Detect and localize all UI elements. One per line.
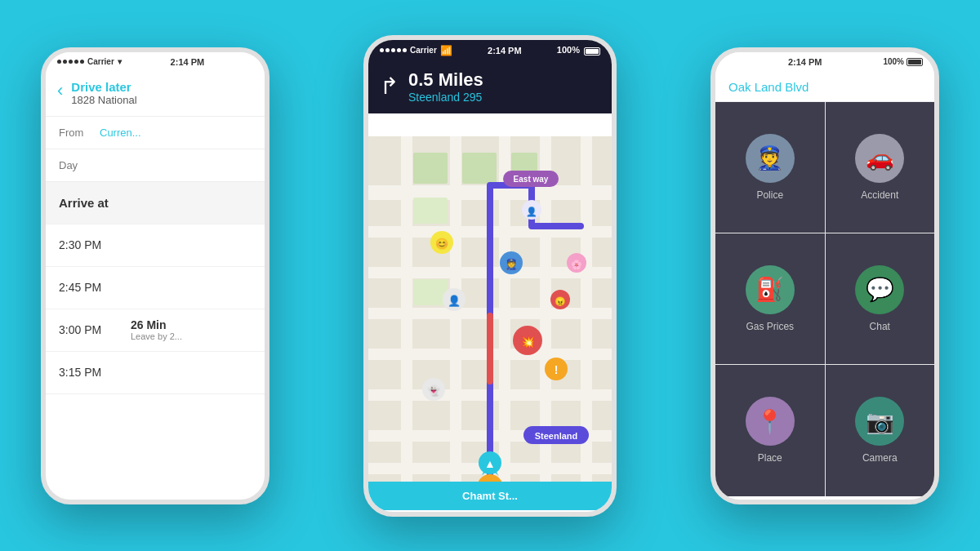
svg-text:👤: 👤: [526, 206, 537, 217]
time-245: 2:45 PM: [59, 281, 124, 294]
center-phone-content: ↱ 0.5 Miles Steenland 295: [368, 61, 612, 510]
time-row-245[interactable]: 2:45 PM: [46, 267, 265, 309]
battery-label-right: 100%: [883, 57, 904, 66]
svg-rect-16: [413, 198, 448, 224]
phone-left: Carrier ▾ 2:14 PM ‹ Drive later 1828 Nat…: [41, 47, 270, 504]
camera-icon: 📷: [866, 408, 894, 435]
police-label: Police: [756, 189, 783, 201]
arrive-at-label: Arrive at: [59, 196, 124, 210]
time-left: 2:14 PM: [171, 57, 205, 67]
nav-header: ↱ 0.5 Miles Steenland 295: [368, 61, 612, 113]
nav-street: Steenland 295: [408, 91, 483, 104]
phones-container: Carrier ▾ 2:14 PM ‹ Drive later 1828 Nat…: [0, 0, 980, 551]
svg-text:😠: 😠: [555, 295, 566, 307]
left-phone-content: ‹ Drive later 1828 National From Curren.…: [46, 72, 265, 496]
svg-rect-18: [413, 279, 448, 305]
svg-text:👻: 👻: [427, 384, 441, 398]
battery-icon-center: [584, 47, 600, 56]
svg-rect-10: [450, 136, 461, 487]
svg-text:Steenland: Steenland: [535, 431, 578, 441]
camera-icon-circle: 📷: [855, 397, 904, 446]
phone-right: 2:14 PM 100% Oak Land Blvd 👮 Police: [710, 47, 939, 504]
status-bar-left: Carrier ▾ 2:14 PM: [46, 52, 265, 72]
place-icon: 📍: [755, 408, 784, 435]
time-list: Arrive at 2:30 PM 2:45 PM 3:00 PM 26 Min…: [46, 182, 265, 394]
report-police[interactable]: 👮 Police: [715, 102, 825, 233]
arrive-at-row: Arrive at: [46, 182, 265, 224]
right-header: Oak Land Blvd: [715, 72, 934, 102]
svg-text:👤: 👤: [448, 294, 461, 308]
svg-text:East way: East way: [514, 175, 549, 184]
carrier-left: Carrier ▾: [57, 57, 122, 66]
police-icon: 👮: [755, 144, 784, 171]
time-row-230[interactable]: 2:30 PM: [46, 224, 265, 267]
map-view[interactable]: East way Steenland ! 👮 😊: [368, 113, 612, 510]
accident-icon-circle: 🚗: [855, 134, 904, 183]
status-bar-center: Carrier 📶 2:14 PM 100%: [368, 40, 612, 61]
report-grid: 👮 Police 🚗 Accident ⛽ Gas Prices: [715, 102, 934, 496]
time-right: 2:14 PM: [788, 57, 822, 67]
chat-label: Chat: [870, 321, 890, 332]
map-svg: East way Steenland ! 👮 😊: [368, 113, 612, 510]
nav-distance: 0.5 Miles: [408, 69, 483, 91]
street-name: Oak Land Blvd: [728, 80, 808, 94]
svg-text:🌸: 🌸: [571, 259, 582, 270]
svg-text:▲: ▲: [484, 457, 496, 470]
battery-label-center: 100%: [557, 45, 580, 55]
battery-icon-right: [906, 58, 923, 66]
report-gas[interactable]: ⛽ Gas Prices: [715, 233, 825, 364]
gas-icon: ⛽: [755, 276, 784, 303]
svg-text:💥: 💥: [520, 335, 536, 349]
time-300: 3:00 PM: [59, 323, 124, 336]
place-label: Place: [758, 452, 782, 464]
svg-text:😊: 😊: [435, 237, 449, 251]
report-accident[interactable]: 🚗 Accident: [826, 102, 935, 233]
svg-text:!: !: [555, 363, 559, 376]
time-230: 2:30 PM: [59, 238, 124, 251]
from-label: From: [59, 127, 100, 139]
camera-label: Camera: [862, 452, 898, 464]
chat-icon: 💬: [866, 276, 894, 303]
status-bar-right: 2:14 PM 100%: [715, 52, 934, 72]
time-row-315[interactable]: 3:15 PM: [46, 352, 265, 394]
accident-icon: 🚗: [866, 144, 894, 171]
carrier-center: Carrier 📶: [380, 45, 452, 56]
report-camera[interactable]: 📷 Camera: [826, 365, 935, 495]
bottom-nav-btn[interactable]: Chamt St...: [368, 482, 612, 510]
report-chat[interactable]: 💬 Chat: [826, 233, 935, 364]
svg-rect-14: [413, 153, 448, 184]
gas-icon-circle: ⛽: [746, 265, 795, 314]
svg-rect-15: [462, 153, 497, 184]
drive-later-title: Drive later: [71, 80, 136, 94]
drive-later-header: ‹ Drive later 1828 National: [46, 72, 265, 117]
accident-label: Accident: [861, 189, 898, 201]
police-icon-circle: 👮: [746, 134, 795, 183]
time-row-300[interactable]: 3:00 PM 26 Min Leave by 2...: [46, 309, 265, 352]
back-button[interactable]: ‹: [57, 82, 63, 100]
leave-by: Leave by 2...: [131, 331, 182, 341]
travel-time: 26 Min: [131, 318, 182, 331]
svg-rect-9: [401, 136, 412, 487]
gas-label: Gas Prices: [746, 321, 794, 332]
svg-rect-11: [499, 136, 510, 487]
turn-arrow-icon: ↱: [380, 73, 399, 100]
svg-text:👮: 👮: [505, 257, 519, 271]
day-label: Day: [59, 159, 100, 171]
day-row[interactable]: Day: [46, 149, 265, 182]
time-center: 2:14 PM: [488, 46, 522, 56]
place-icon-circle: 📍: [746, 397, 795, 446]
chat-icon-circle: 💬: [855, 265, 904, 314]
from-value: Curren...: [100, 127, 141, 139]
right-phone-content: Oak Land Blvd 👮 Police 🚗 Accident: [715, 72, 934, 496]
drive-later-subtitle: 1828 National: [71, 94, 136, 106]
from-row[interactable]: From Curren...: [46, 117, 265, 149]
report-place[interactable]: 📍 Place: [715, 365, 825, 495]
phone-center: Carrier 📶 2:14 PM 100% ↱ 0.5 Miles Steen…: [363, 35, 617, 517]
time-315: 3:15 PM: [59, 366, 124, 379]
